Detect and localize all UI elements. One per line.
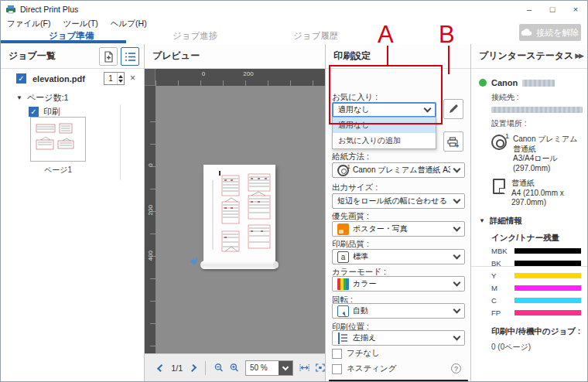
ink-level-bar (514, 285, 581, 291)
chevron-down-icon (453, 279, 461, 287)
zoom-in-icon[interactable] (230, 361, 239, 374)
ruler-top-label: 200 (243, 70, 253, 77)
rotation-select[interactable]: 自動 (332, 303, 465, 319)
poster-photo-icon (337, 223, 349, 235)
nesting-help-icon[interactable]: ? (451, 363, 461, 373)
disconnect-button[interactable]: 接続を解除 (519, 24, 581, 41)
paper-source-label: 給紙方法 : (332, 152, 369, 162)
annotation-line-b (448, 46, 450, 74)
print-quality-select[interactable]: a 標準 (332, 249, 465, 264)
color-mode-icon (337, 278, 349, 290)
paper-source-select[interactable]: 1 Canon プレミアム普通紙 A3/A4ロール (29 (332, 162, 465, 178)
previous-page-icon[interactable] (157, 363, 165, 371)
color-mode-value: カラー (353, 278, 450, 289)
increment-icon[interactable] (118, 75, 123, 78)
ink-label: M (491, 284, 514, 292)
tab-job-progress[interactable]: ジョブ進捗 (173, 30, 217, 42)
chevron-down-icon (453, 224, 461, 232)
close-button[interactable]: × (564, 1, 587, 18)
details-toggle[interactable]: ▼ 詳細情報 (479, 216, 581, 227)
chevron-down-icon (424, 105, 432, 113)
quality-icon: a (337, 251, 349, 263)
decrement-icon[interactable] (118, 80, 123, 83)
job-checkbox[interactable]: ✓ (16, 73, 26, 84)
copies-value: 1 (104, 73, 117, 84)
status-header: プリンターステータス ▶▶ (471, 44, 588, 69)
toolbar-divider (205, 361, 206, 375)
menu-help[interactable]: ヘルプ(H) (111, 19, 147, 29)
ink-level-bar (514, 310, 581, 315)
thumbnail-drawing (33, 120, 83, 159)
copies-arrows[interactable] (117, 73, 124, 84)
minimize-button[interactable]: – (518, 1, 541, 18)
menu-file[interactable]: ファイル(F) (7, 19, 50, 29)
preview-canvas[interactable] (156, 86, 325, 353)
preview-panel: プレビュー 0 200 0 200 400 (145, 44, 326, 381)
nesting-checkbox[interactable] (332, 364, 342, 374)
print-position-select[interactable]: 左揃え (332, 330, 465, 346)
ink-row-fp: FP (491, 309, 581, 317)
rotation-value: 自動 (353, 305, 450, 316)
ink-level-title: インク/トナー残量 (491, 233, 581, 244)
ruler-corner (145, 69, 156, 86)
borderless-label: フチなし (347, 348, 380, 359)
page-thumbnail[interactable] (30, 117, 86, 162)
page-count-row[interactable]: ▼ ページ数:1 (1, 92, 144, 104)
annotation-letter-b: B (439, 22, 455, 46)
edit-favorites-button[interactable] (443, 99, 463, 119)
job-item-row[interactable]: ✓ elevation.pdf 1 × (1, 73, 144, 84)
zoom-out-icon[interactable] (214, 361, 224, 374)
favorite-option-none[interactable]: 適用なし (333, 118, 436, 133)
add-printer-paper-button[interactable] (443, 131, 463, 152)
add-file-icon (103, 51, 115, 63)
nesting-check-row[interactable]: ネスティング (332, 363, 396, 374)
roll-paper-name: Canon プレミアム普通紙 (513, 135, 577, 153)
favorite-select[interactable]: 適用なし (332, 102, 436, 118)
print-check-row[interactable]: ✓ 印刷 (1, 106, 144, 118)
color-mode-select[interactable]: カラー (332, 276, 465, 292)
align-left-icon (337, 333, 349, 344)
roll-paper-size: A3/A4ロール (297.0mm) (513, 154, 558, 172)
chevron-down-icon (453, 333, 461, 341)
zoom-level-select[interactable]: 50 % (245, 360, 293, 376)
status-separator (471, 266, 588, 267)
output-size-select[interactable]: 短辺をロール紙の幅に合わせる (332, 193, 465, 209)
maximize-button[interactable]: □ (541, 1, 564, 18)
paper-source-value: Canon プレミアム普通紙 A3/A4ロール (29 (353, 165, 450, 176)
print-page-checkbox[interactable]: ✓ (29, 107, 39, 117)
favorite-option-add[interactable]: お気に入りの追加 (333, 133, 436, 148)
collapse-panel-icon[interactable]: ▶▶ (575, 52, 583, 60)
fit-page-icon[interactable] (316, 362, 325, 373)
copies-stepper[interactable]: 1 (104, 72, 125, 85)
zoom-dropdown-button[interactable] (279, 361, 292, 375)
borderless-check-row[interactable]: フチなし (332, 348, 380, 359)
status-title: プリンターステータス (479, 49, 573, 63)
output-size-value: 短辺をロール紙の幅に合わせる (337, 196, 450, 206)
printer-status-panel: プリンターステータス ▶▶ Canon 接続先 : 設置場所 : 1 Canon… (471, 44, 588, 381)
borderless-checkbox[interactable] (332, 349, 342, 359)
fit-width-icon[interactable] (299, 362, 309, 373)
add-file-button[interactable] (99, 47, 118, 66)
remove-job-button[interactable]: × (130, 73, 135, 84)
tab-bar: ジョブ準備 ジョブ進捗 ジョブ履歴 (1, 29, 587, 44)
tab-job-history[interactable]: ジョブ履歴 (293, 30, 338, 42)
details-arrow-icon: ▼ (479, 217, 485, 224)
preview-page[interactable] (203, 165, 275, 264)
menu-tools[interactable]: ツール(T) (63, 19, 97, 29)
move-handle-icon[interactable] (190, 256, 199, 265)
disconnect-label: 接続を解除 (536, 27, 579, 39)
location-label: 設置場所 : (491, 118, 581, 129)
details-label: 詳細情報 (490, 216, 522, 227)
ruler-left-label: 0 (147, 161, 154, 170)
next-page-icon[interactable] (190, 363, 197, 371)
ruler-top-label: 0 (202, 70, 205, 77)
image-priority-select[interactable]: ポスター・写真 (332, 221, 465, 237)
collapse-tree-icon[interactable]: ▼ (16, 94, 22, 101)
menu-bar: ファイル(F) ツール(T) ヘルプ(H) (1, 18, 587, 29)
job-list-panel: ジョブ一覧 ✓ elevation.pdf 1 × ▼ ページ数:1 (1, 44, 145, 381)
connection-label: 接続先 : (491, 92, 581, 103)
settings-body: お気に入り : 適用なし 適用なし お気に入りの追加 給紙方法 : 1 Cano… (326, 69, 470, 381)
list-view-button[interactable] (121, 47, 139, 66)
favorite-label: お気に入り : (332, 92, 378, 103)
ink-label: Y (491, 271, 514, 280)
